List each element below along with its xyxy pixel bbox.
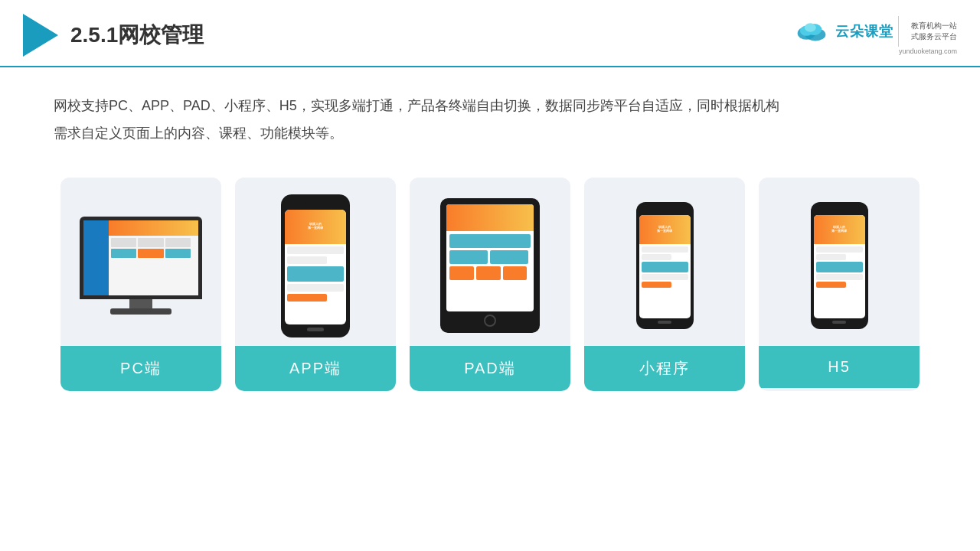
phone-h5-screen: 职涯人的第一堂网课	[814, 215, 865, 318]
phone-h5-notch	[831, 207, 848, 213]
pad-block	[449, 234, 531, 248]
page-title: 2.5.1网校管理	[70, 21, 204, 50]
phone-mini-header: 职涯人的第一堂网课	[639, 215, 691, 244]
svg-point-4	[805, 23, 816, 32]
card-app-label: APP端	[235, 346, 396, 391]
pad-block	[449, 250, 488, 264]
phone-mini-home-btn	[658, 321, 671, 324]
pad-device-mock	[440, 198, 540, 333]
cards-container: PC端 职涯人的第一堂网课	[0, 155, 980, 414]
monitor-content-body	[109, 236, 198, 260]
phone-notch	[305, 201, 326, 207]
monitor-block	[111, 238, 136, 247]
page-header: 2.5.1网校管理 云朵课堂 教育机构一站式服务云平台 yunduoketang…	[0, 0, 980, 67]
card-pc-image	[60, 178, 221, 346]
phone-h5-screen-text: 职涯人的第一堂网课	[830, 224, 848, 235]
pad-block	[449, 266, 474, 280]
brand-tagline: 教育机构一站式服务云平台	[911, 21, 957, 42]
pad-home-btn	[484, 315, 496, 327]
phone-h5-content	[814, 244, 865, 292]
pad-screen	[446, 204, 534, 311]
phone-screen: 职涯人的第一堂网课	[285, 210, 346, 324]
monitor-block	[111, 249, 136, 258]
monitor-content-header	[109, 220, 198, 236]
monitor-block	[165, 238, 191, 247]
phone-mini-content	[639, 244, 691, 292]
brand-divider	[898, 16, 899, 47]
phone-row	[287, 266, 344, 282]
card-pc-label: PC端	[60, 346, 221, 391]
brand-name-cn: 云朵课堂	[835, 22, 893, 41]
pad-block	[503, 266, 528, 280]
phone-device-mock: 职涯人的第一堂网课	[281, 194, 350, 337]
pc-device-mock	[76, 217, 206, 315]
phone-mini-row	[642, 282, 672, 288]
monitor-sidebar	[83, 220, 109, 295]
phone-h5-row	[816, 282, 847, 288]
card-mini-image: 职涯人的第一堂网课	[584, 178, 745, 346]
brand-url: yunduoketang.com	[899, 47, 957, 55]
phone-h5-device-mock: 职涯人的第一堂网课	[811, 202, 868, 329]
pad-screen-body	[446, 231, 534, 283]
description-text: 网校支持PC、APP、PAD、小程序、H5，实现多端打通，产品各终端自由切换，数…	[0, 67, 980, 155]
pad-block	[490, 250, 528, 264]
monitor-screen	[83, 220, 198, 295]
phone-h5-header: 职涯人的第一堂网课	[814, 215, 865, 244]
cloud-icon	[792, 19, 831, 44]
card-pad-image	[410, 178, 570, 346]
card-h5-image: 职涯人的第一堂网课	[759, 178, 920, 346]
description-line1: 网校支持PC、APP、PAD、小程序、H5，实现多端打通，产品各终端自由切换，数…	[54, 98, 779, 113]
phone-h5-row	[816, 246, 863, 253]
phone-row	[287, 246, 344, 254]
card-app-image: 职涯人的第一堂网课	[235, 178, 396, 346]
brand-name-row: 云朵课堂 教育机构一站式服务云平台	[792, 16, 957, 47]
card-mini: 职涯人的第一堂网课 小程序	[584, 178, 745, 391]
monitor-frame	[80, 217, 202, 299]
monitor-neck	[129, 299, 152, 308]
phone-mini-row	[642, 274, 688, 280]
card-app: 职涯人的第一堂网课 APP端	[235, 178, 396, 391]
phone-mini-screen: 职涯人的第一堂网课	[639, 215, 691, 318]
phone-row	[287, 294, 327, 302]
card-h5: 职涯人的第一堂网课 H5	[759, 178, 920, 391]
brand-logo: 云朵课堂 教育机构一站式服务云平台 yunduoketang.com	[792, 16, 957, 55]
card-pad-label: PAD端	[410, 346, 570, 391]
phone-home-btn	[307, 328, 324, 331]
phone-mini-screen-text: 职涯人的第一堂网课	[655, 224, 674, 235]
phone-screen-header: 职涯人的第一堂网课	[285, 210, 346, 244]
monitor-block	[138, 238, 163, 247]
monitor-block	[165, 249, 191, 258]
monitor-block	[138, 249, 163, 258]
phone-row	[287, 256, 327, 264]
phone-mini-row	[642, 262, 688, 272]
header-left: 2.5.1网校管理	[23, 14, 204, 57]
phone-screen-text: 职涯人的第一堂网课	[306, 221, 325, 232]
phone-row	[287, 284, 344, 292]
card-pad: PAD端	[410, 178, 570, 391]
pad-block	[476, 266, 501, 280]
phone-h5-home-btn	[832, 321, 846, 324]
description-line2: 需求自定义页面上的内容、课程、功能模块等。	[54, 126, 343, 141]
phone-h5-row	[816, 254, 847, 260]
card-pc: PC端	[60, 178, 221, 391]
pad-screen-header	[446, 204, 534, 231]
logo-triangle-icon	[23, 14, 58, 57]
phone-mini-device-mock: 职涯人的第一堂网课	[636, 202, 694, 329]
phone-mini-notch	[656, 207, 673, 213]
phone-h5-row	[816, 262, 863, 272]
phone-mini-row	[642, 254, 672, 260]
card-mini-label: 小程序	[584, 346, 745, 391]
card-h5-label: H5	[759, 346, 920, 388]
phone-mini-row	[642, 246, 688, 253]
monitor-base	[110, 308, 172, 315]
monitor-content	[109, 220, 198, 295]
phone-h5-row	[816, 274, 863, 280]
phone-screen-content	[285, 244, 346, 306]
